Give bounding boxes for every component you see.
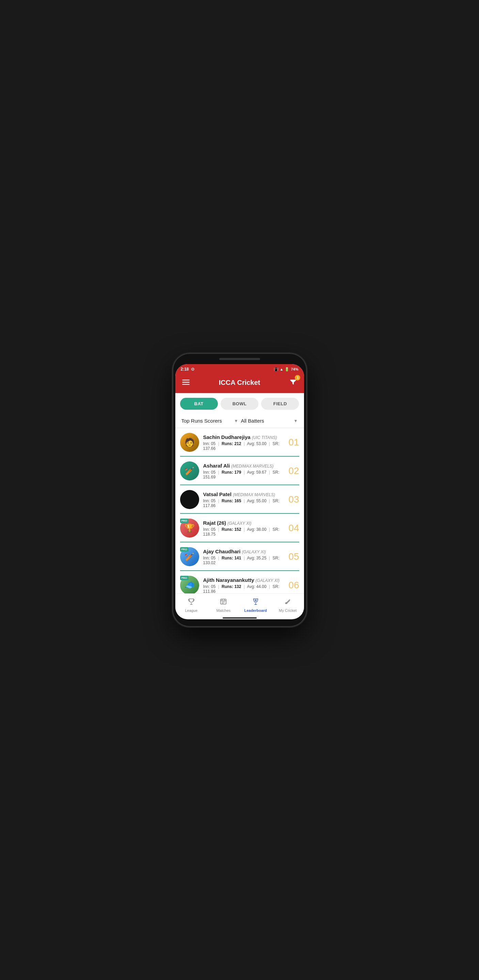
player-info-4: Rajat (26) (GALAXY XI) Inn: 05 | Runs: 1… (203, 520, 283, 537)
sr-2: 151.69 (203, 475, 216, 479)
player-name-2: Asharaf Ali (203, 463, 230, 469)
home-indicator (223, 617, 257, 619)
rank-3: 03 (287, 494, 299, 505)
matches-label: Matches (216, 608, 230, 612)
svg-line-10 (286, 600, 290, 604)
runs-1: 212 (234, 441, 241, 446)
status-right: 📳 ▲ 🔋 74% (274, 367, 299, 372)
rank-6: 06 (287, 580, 299, 591)
filter-dropdown[interactable]: All Batters ▼ (240, 416, 299, 426)
player-team-5: (GALAXY XI) (242, 550, 266, 554)
player-team-3: (MEDIMAX MARVELS) (233, 492, 275, 497)
matches-icon (220, 598, 227, 607)
player-team-6: (GALAXY XI) (255, 578, 279, 583)
pro-badge-6: PRO (180, 576, 188, 580)
sr-5: 133.02 (203, 560, 216, 565)
status-left: 2:18 ⊙ (181, 367, 195, 372)
league-label: League (185, 608, 198, 612)
inn-1: 05 (211, 441, 216, 446)
svg-rect-0 (182, 380, 190, 380)
avg-5: 35.25 (256, 556, 267, 560)
menu-button[interactable] (181, 377, 191, 388)
sidebar-item-mycricket[interactable]: My Cricket (271, 597, 304, 614)
inn-2: 05 (211, 470, 216, 475)
runs-2: 179 (234, 470, 241, 475)
tab-bat[interactable]: BAT (180, 398, 218, 410)
runs-5: 141 (234, 556, 241, 560)
wifi-icon: ▲ (280, 367, 284, 371)
player-team-1: (UIC TITANS) (252, 435, 277, 440)
avg-3: 55.00 (256, 498, 267, 503)
player-name-row-1: Sachin Dudharejiya (UIC TITANS) (203, 434, 283, 440)
rank-2: 02 (287, 466, 299, 476)
inn-3: 05 (211, 498, 216, 503)
avatar (180, 490, 199, 509)
player-name-row-2: Asharaf Ali (MEDIMAX MARVELS) (203, 463, 283, 469)
svg-point-9 (255, 600, 256, 601)
filter-button-container[interactable]: 1 (288, 377, 298, 388)
filter-dropdown-arrow: ▼ (294, 418, 298, 423)
app-title: ICCA Cricket (219, 379, 260, 387)
sr-3: 117.86 (203, 503, 216, 508)
filter-label: All Batters (241, 418, 264, 424)
table-row[interactable]: 🏆 PRO Rajat (26) (GALAXY XI) Inn: 05 | R… (180, 514, 299, 542)
player-list: 🧑 Sachin Dudharejiya (UIC TITANS) Inn: 0… (175, 428, 304, 593)
player-name-3: Vatsal Patel (203, 492, 232, 497)
category-label: Top Runs Scorers (182, 418, 222, 424)
player-name-row-3: Vatsal Patel (MEDIMAX MARVELS) (203, 492, 283, 497)
trophy-icon (188, 598, 195, 607)
table-row[interactable]: 🧑 Sachin Dudharejiya (UIC TITANS) Inn: 0… (180, 428, 299, 457)
runs-6: 132 (234, 584, 241, 589)
pro-badge-5: PRO (180, 547, 188, 552)
leaderboard-icon (252, 598, 259, 607)
avatar: 🏆 PRO (180, 519, 199, 538)
table-row[interactable]: Vatsal Patel (MEDIMAX MARVELS) Inn: 05 |… (180, 485, 299, 514)
player-name-6: Ajith Narayanankutty (203, 577, 254, 583)
player-name-4: Rajat (26) (203, 520, 227, 526)
player-stats-3: Inn: 05 | Runs: 165 | Avg: 55.00 | SR: 1… (203, 498, 283, 508)
avg-2: 59.67 (256, 470, 267, 475)
inn-4: 05 (211, 527, 216, 532)
player-avatar-1: 🧑 (180, 433, 199, 452)
tab-field[interactable]: FIELD (261, 398, 299, 410)
rank-1: 01 (287, 437, 299, 448)
player-team-4: (GALAXY XI) (227, 521, 251, 526)
inn-6: 05 (211, 584, 216, 589)
player-stats-4: Inn: 05 | Runs: 152 | Avg: 38.00 | SR: 1… (203, 527, 283, 537)
player-avatar-3 (180, 490, 199, 509)
player-avatar-2: 🏏 (180, 461, 199, 480)
table-row[interactable]: 🏏 Asharaf Ali (MEDIMAX MARVELS) Inn: 05 … (180, 457, 299, 485)
pro-badge-4: PRO (180, 519, 188, 523)
sr-4: 118.75 (203, 532, 216, 537)
player-team-2: (MEDIMAX MARVELS) (231, 464, 273, 469)
player-stats-5: Inn: 05 | Runs: 141 | Avg: 35.25 | SR: 1… (203, 556, 283, 565)
avatar: 🧑 (180, 433, 199, 452)
player-info-2: Asharaf Ali (MEDIMAX MARVELS) Inn: 05 | … (203, 463, 283, 479)
sr-6: 111.86 (203, 589, 216, 594)
player-info-5: Ajay Chaudhari (GALAXY XI) Inn: 05 | Run… (203, 549, 283, 565)
sidebar-item-league[interactable]: League (175, 597, 208, 614)
runs-3: 165 (234, 498, 241, 503)
table-row[interactable]: 🧢 PRO Ajith Narayanankutty (GALAXY XI) I… (180, 571, 299, 593)
avatar: 🧢 PRO (180, 576, 199, 593)
player-name-1: Sachin Dudharejiya (203, 434, 251, 440)
player-info-6: Ajith Narayanankutty (GALAXY XI) Inn: 05… (203, 577, 283, 594)
category-dropdown[interactable]: Top Runs Scorers ▼ (180, 416, 240, 426)
sidebar-item-matches[interactable]: Matches (208, 597, 240, 614)
avatar: 🏏 PRO (180, 547, 199, 566)
inn-5: 05 (211, 556, 216, 560)
avatar: 🏏 (180, 461, 199, 480)
player-stats-2: Inn: 05 | Runs: 179 | Avg: 59.67 | SR: 1… (203, 470, 283, 479)
status-bar: 2:18 ⊙ 📳 ▲ 🔋 74% (175, 364, 304, 374)
battery-icon: 🔋 (284, 367, 289, 372)
player-name-row-5: Ajay Chaudhari (GALAXY XI) (203, 549, 283, 554)
sr-1: 137.66 (203, 446, 216, 451)
svg-rect-1 (182, 382, 190, 382)
table-row[interactable]: 🏏 PRO Ajay Chaudhari (GALAXY XI) Inn: 05… (180, 542, 299, 571)
filter-badge: 1 (295, 375, 300, 380)
player-stats-1: Inn: 05 | Runs: 212 | Avg: 53.00 | SR: 1… (203, 441, 283, 451)
status-icon: ⊙ (191, 367, 195, 372)
sidebar-item-leaderboard[interactable]: Leaderboard (240, 597, 272, 614)
runs-4: 152 (234, 527, 241, 532)
tab-bowl[interactable]: BOWL (220, 398, 259, 410)
